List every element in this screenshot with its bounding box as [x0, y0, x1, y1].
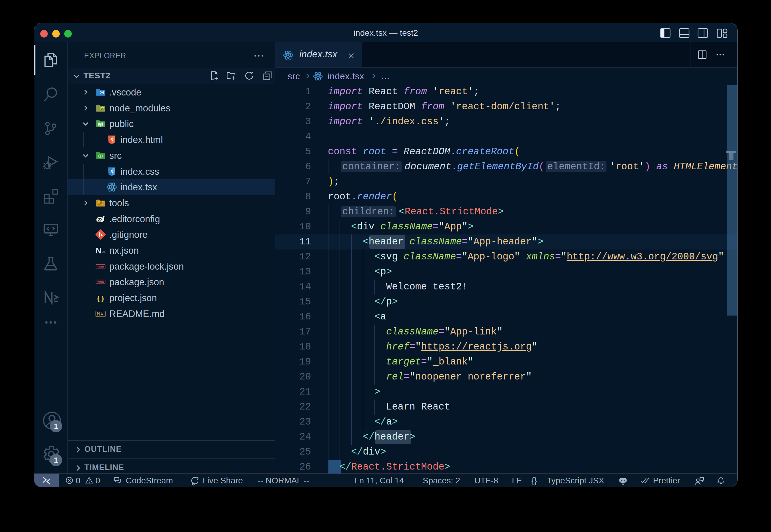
svg-text:{ }: { } [97, 295, 104, 302]
svg-text:3: 3 [110, 169, 113, 174]
svg-text:5: 5 [110, 138, 113, 142]
svg-text:JS: JS [101, 107, 104, 110]
svg-text:N: N [95, 246, 101, 255]
svg-text:npm: npm [97, 280, 104, 284]
svg-text:npm: npm [97, 265, 104, 268]
